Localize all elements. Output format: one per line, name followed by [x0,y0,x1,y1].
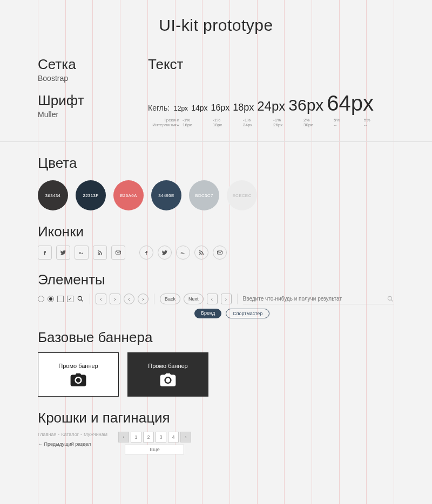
grid-value: Boostrap [38,74,126,83]
font-size-sample: 64px [327,91,374,115]
svg-text:G+: G+ [79,251,84,255]
mail-icon[interactable] [213,246,227,260]
googleplus-icon[interactable]: G+ [176,246,190,260]
next-square[interactable]: › [221,294,232,304]
next-button[interactable]: Next [184,294,204,304]
color-swatch: 34495E [151,180,181,210]
font-size-sample: 24px [257,99,285,114]
font-size-sample: 14px [191,104,207,112]
font-value: Muller [38,110,126,119]
svg-text:G+: G+ [181,251,185,255]
banners-heading: Базовые баннера [38,329,394,346]
next-round[interactable]: › [138,294,148,304]
prev-square[interactable]: ‹ [96,294,106,304]
banner-label: Промо баннер [58,363,98,369]
tag-brand[interactable]: Бренд [194,309,221,318]
tag-store[interactable]: Спортмастер [226,309,269,318]
font-size-list: Кегль: 12px14px16px18px24px36px64px [148,91,394,115]
page-number[interactable]: 1 [131,432,141,442]
svg-point-4 [199,254,200,255]
radio-unchecked[interactable] [38,296,44,302]
divider [0,141,432,142]
checkbox-checked[interactable]: ✓ [67,296,73,302]
back-button[interactable]: Back [160,294,180,304]
kegl-label: Кегль: [148,104,170,112]
twitter-icon[interactable] [56,246,70,260]
promo-banner-light[interactable]: Промо баннер [38,352,119,397]
swatch-row: 36343422313FE26A6A34495EBDC3C7ECECEC [38,180,394,210]
rss-icon[interactable] [93,246,107,260]
search-field[interactable] [243,294,394,304]
font-size-sample: 16px [211,103,230,113]
color-swatch: 363434 [38,180,68,210]
crumb-item[interactable]: Каталог [61,432,79,437]
font-size-sample: 12px [174,105,188,112]
crumb-item[interactable]: Мужчинам [84,432,107,437]
checkbox-unchecked[interactable] [57,296,64,302]
text-heading: Текст [148,56,394,73]
search-icon[interactable] [387,295,394,303]
svg-point-1 [98,254,99,255]
search-icon [77,295,84,303]
banner-label: Промо баннер [148,363,187,369]
divider [90,294,90,304]
googleplus-icon[interactable]: G+ [75,246,89,260]
elements-heading: Элементы [38,271,394,288]
page-next[interactable]: › [180,432,191,442]
font-heading: Шрифт [38,92,126,109]
mail-icon[interactable] [111,246,125,260]
color-swatch: BDC3C7 [189,180,219,210]
more-button[interactable]: Ещё [125,445,184,454]
color-swatch: E26A6A [113,180,144,210]
svg-point-7 [388,296,392,300]
rss-icon[interactable] [194,246,208,260]
icon-row: G+ G+ [38,246,394,260]
icons-heading: Иконки [38,223,394,240]
colors-heading: Цвета [38,155,394,172]
color-swatch: ECECEC [227,180,257,210]
facebook-icon[interactable] [139,246,153,260]
facebook-icon[interactable] [38,246,52,260]
next-square[interactable]: › [110,294,120,304]
camera-icon [160,373,176,386]
prev-round[interactable]: ‹ [124,294,134,304]
page-number[interactable]: 2 [143,432,154,442]
divider [237,294,238,304]
type-table: Трекинг-1%-1%-1%-1%2%5%5%Интерлиньяж16px… [148,118,394,127]
prev-square[interactable]: ‹ [207,294,218,304]
font-size-sample: 18px [233,102,254,113]
radio-checked[interactable] [48,296,54,302]
font-size-sample: 36px [288,96,323,114]
page-number[interactable]: 4 [168,432,179,442]
page-title: UI-kit prototype [38,16,394,35]
crumb-item[interactable]: Главная [38,432,56,437]
back-link[interactable]: ← Предыдущий раздел [38,441,107,447]
promo-banner-dark[interactable]: Промо баннер [127,352,208,397]
breadcrumb[interactable]: Главная-Каталог-Мужчинам [38,432,107,437]
page-prev[interactable]: ‹ [118,432,129,442]
camera-icon [70,373,86,386]
pagination: ‹ 1 2 3 4 › Ещё [118,432,191,454]
twitter-icon[interactable] [158,246,172,260]
svg-point-6 [78,296,82,300]
divider [154,294,154,304]
crumbs-heading: Крошки и пагинация [38,410,394,426]
page-number[interactable]: 3 [156,432,166,442]
search-input[interactable] [243,296,387,302]
color-swatch: 22313F [76,180,106,210]
grid-heading: Сетка [38,56,126,73]
